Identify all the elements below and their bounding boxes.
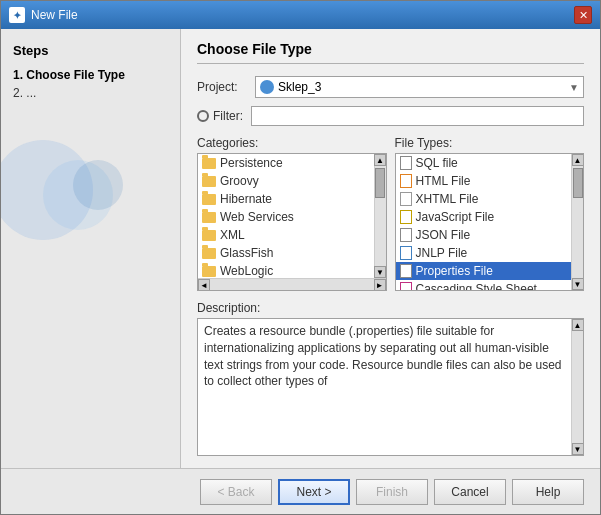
folder-icon	[202, 230, 216, 241]
file-type-icon	[400, 192, 412, 206]
file-types-section: File Types: SQL file HTML File XHTML Fil…	[395, 136, 585, 291]
search-icon	[197, 110, 209, 122]
categories-list: Persistence Groovy Hibernate Web Service…	[198, 154, 374, 278]
help-button[interactable]: Help	[512, 479, 584, 505]
dialog-footer: < Back Next > Finish Cancel Help	[1, 468, 600, 514]
steps-panel: Steps 1. Choose File Type 2. ...	[1, 29, 181, 468]
dialog-title: New File	[31, 8, 78, 22]
categories-list-wrapper: Persistence Groovy Hibernate Web Service…	[198, 154, 386, 278]
project-value: Sklep_3	[278, 80, 321, 94]
dialog-icon: ✦	[9, 7, 25, 23]
title-bar: ✦ New File ✕	[1, 1, 600, 29]
file-type-icon	[400, 210, 412, 224]
scroll-down-button[interactable]: ▼	[572, 278, 584, 290]
folder-icon	[202, 194, 216, 205]
list-item[interactable]: JNLP File	[396, 244, 572, 262]
finish-button[interactable]: Finish	[356, 479, 428, 505]
project-row: Project: Sklep_3 ▼	[197, 76, 584, 98]
list-item[interactable]: HTML File	[396, 172, 572, 190]
file-types-label: File Types:	[395, 136, 585, 150]
globe-icon	[260, 80, 274, 94]
list-item[interactable]: Web Services	[198, 208, 374, 226]
folder-icon	[202, 266, 216, 277]
next-button[interactable]: Next >	[278, 479, 350, 505]
dropdown-arrow-icon: ▼	[569, 82, 579, 93]
section-title: Choose File Type	[197, 41, 584, 64]
categories-hscroll[interactable]: ◄ ►	[198, 278, 386, 290]
step-1-number: 1.	[13, 68, 26, 82]
description-scrollbar[interactable]: ▲ ▼	[571, 319, 583, 455]
project-select[interactable]: Sklep_3 ▼	[255, 76, 584, 98]
step-2: 2. ...	[13, 86, 168, 100]
close-button[interactable]: ✕	[574, 6, 592, 24]
categories-scrollbar[interactable]: ▲ ▼	[374, 154, 386, 278]
list-item[interactable]: JSON File	[396, 226, 572, 244]
list-item[interactable]: Hibernate	[198, 190, 374, 208]
desc-scroll-up-button[interactable]: ▲	[572, 319, 584, 331]
new-file-dialog: ✦ New File ✕ Steps 1. Choose File Type 2…	[0, 0, 601, 515]
dialog-body: Steps 1. Choose File Type 2. ... Choose …	[1, 29, 600, 468]
back-button[interactable]: < Back	[200, 479, 272, 505]
filter-label: Filter:	[197, 109, 243, 123]
main-panel: Choose File Type Project: Sklep_3 ▼ Filt…	[181, 29, 600, 468]
steps-list: 1. Choose File Type 2. ...	[13, 68, 168, 100]
lists-row: Categories: Persistence Groovy Hibernate…	[197, 136, 584, 291]
deco-circle-3	[73, 160, 123, 210]
step-1-label: Choose File Type	[26, 68, 124, 82]
file-types-listbox[interactable]: SQL file HTML File XHTML File JavaScript…	[395, 153, 585, 291]
file-types-list-wrapper: SQL file HTML File XHTML File JavaScript…	[396, 154, 584, 290]
file-types-list: SQL file HTML File XHTML File JavaScript…	[396, 154, 572, 290]
project-label: Project:	[197, 80, 247, 94]
list-item[interactable]: SQL file	[396, 154, 572, 172]
folder-icon	[202, 212, 216, 223]
list-item[interactable]: Cascading Style Sheet	[396, 280, 572, 290]
hscroll-track	[210, 279, 374, 290]
folder-icon	[202, 248, 216, 259]
scroll-thumb[interactable]	[375, 168, 385, 198]
folder-icon	[202, 158, 216, 169]
scroll-up-button[interactable]: ▲	[374, 154, 386, 166]
desc-scroll-down-button[interactable]: ▼	[572, 443, 584, 455]
step-2-number: 2.	[13, 86, 26, 100]
folder-icon	[202, 176, 216, 187]
scroll-down-button[interactable]: ▼	[374, 266, 386, 278]
file-type-icon	[400, 282, 412, 290]
categories-label: Categories:	[197, 136, 387, 150]
list-item[interactable]: Persistence	[198, 154, 374, 172]
list-item[interactable]: JavaScript File	[396, 208, 572, 226]
description-section: Description: Creates a resource bundle (…	[197, 301, 584, 456]
step-2-label: ...	[26, 86, 36, 100]
hscroll-left-button[interactable]: ◄	[198, 279, 210, 291]
filter-input[interactable]	[251, 106, 584, 126]
categories-listbox[interactable]: Persistence Groovy Hibernate Web Service…	[197, 153, 387, 291]
step-1: 1. Choose File Type	[13, 68, 168, 82]
list-item[interactable]: GlassFish	[198, 244, 374, 262]
scroll-up-button[interactable]: ▲	[572, 154, 584, 166]
steps-title: Steps	[13, 43, 168, 58]
hscroll-right-button[interactable]: ►	[374, 279, 386, 291]
file-type-icon	[400, 246, 412, 260]
file-type-icon	[400, 174, 412, 188]
list-item[interactable]: XHTML File	[396, 190, 572, 208]
description-label: Description:	[197, 301, 584, 315]
description-text: Creates a resource bundle (.properties) …	[198, 319, 571, 455]
list-item[interactable]: Groovy	[198, 172, 374, 190]
description-box: Creates a resource bundle (.properties) …	[197, 318, 584, 456]
scroll-thumb[interactable]	[573, 168, 583, 198]
steps-decorative	[13, 120, 168, 240]
project-select-text: Sklep_3	[260, 80, 321, 94]
file-type-icon	[400, 156, 412, 170]
categories-section: Categories: Persistence Groovy Hibernate…	[197, 136, 387, 291]
file-type-icon	[400, 228, 412, 242]
list-item-selected[interactable]: Properties File	[396, 262, 572, 280]
file-type-icon	[400, 264, 412, 278]
filetypes-scrollbar[interactable]: ▲ ▼	[571, 154, 583, 290]
list-item[interactable]: WebLogic	[198, 262, 374, 278]
list-item[interactable]: XML	[198, 226, 374, 244]
title-bar-left: ✦ New File	[9, 7, 78, 23]
cancel-button[interactable]: Cancel	[434, 479, 506, 505]
filter-row: Filter:	[197, 106, 584, 126]
